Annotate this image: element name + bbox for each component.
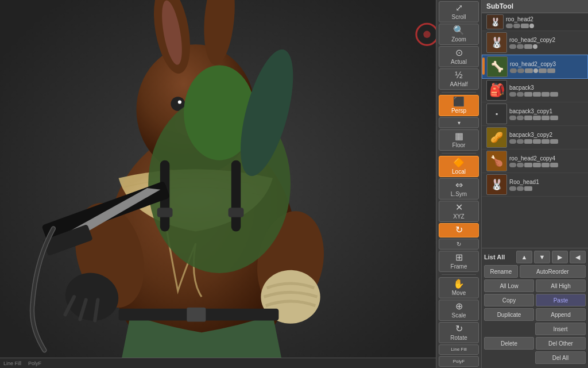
tool-frame[interactable]: ⊞ Frame <box>439 251 479 272</box>
subtool-item-copy2[interactable]: 🐰 roo_head2_copy2 <box>482 31 588 55</box>
subtool-ctrl-rh1-1[interactable] <box>509 186 516 191</box>
subtool-ctrl-bc2-6[interactable] <box>550 139 558 144</box>
canvas-area[interactable]: Line Fill PolyF <box>0 0 436 368</box>
subtool-ctrl-bc2-4[interactable] <box>533 139 541 144</box>
subtool-ctrl-c4-6[interactable] <box>550 163 558 167</box>
subtool-ctrl-bc1-5[interactable] <box>541 116 550 120</box>
subtool-ctrl-c3-5[interactable] <box>539 68 547 73</box>
subtool-info-bacpack3-copy1: bacpack3_copy1 <box>509 108 586 120</box>
subtool-item-bacpack3-copy2[interactable]: 🥜 bacpack3_copy2 <box>482 126 588 150</box>
subtool-controls-top <box>506 24 586 28</box>
subtool-ctrl-b3-eye[interactable] <box>524 92 532 97</box>
subtool-ctrl-b3-2[interactable] <box>517 92 524 97</box>
subtool-ctrl-c3-eye[interactable] <box>525 68 533 73</box>
subtool-item-roo-head2-top[interactable]: 🐰 roo_head2 <box>482 13 588 31</box>
tool-persp[interactable]: ⬛ Persp <box>439 95 479 116</box>
del-all-row: Del All <box>484 351 586 364</box>
subtool-ctrl-c4-2[interactable] <box>517 163 524 167</box>
tool-polyf[interactable]: PolyF <box>439 356 479 367</box>
tool-scale-label: Scale <box>451 312 466 319</box>
subtool-ctrl-c2-eye[interactable] <box>524 44 532 49</box>
auto-reorder-btn[interactable]: AutoReorder <box>520 265 586 278</box>
tool-floor[interactable]: ▦ Floor <box>439 129 479 151</box>
copy-paste-row: Copy Paste <box>484 294 586 306</box>
tool-v[interactable]: ▾ <box>439 117 479 128</box>
subtool-ctrl-1[interactable] <box>506 24 513 28</box>
subtool-controls-bacpack3 <box>509 92 586 97</box>
subtool-ctrl-c3-1[interactable] <box>510 68 517 73</box>
subtool-ctrl-c3-2[interactable] <box>517 68 524 73</box>
delete-row: Delete Del Other <box>484 337 586 350</box>
subtool-ctrl-c4-1[interactable] <box>509 163 516 167</box>
subtool-list[interactable]: 🐰 roo_head2 🐰 roo_head2_copy2 <box>482 13 588 248</box>
subtool-ctrl-2[interactable] <box>513 24 520 28</box>
duplicate-btn[interactable]: Duplicate <box>484 308 534 321</box>
tool-zoom[interactable]: 🔍 Zoom <box>439 24 479 45</box>
subtool-ctrl-bc1-eye[interactable] <box>524 116 532 120</box>
subtool-item-copy4[interactable]: 🍗 roo_head2_copy4 <box>482 150 588 173</box>
subtool-ctrl-bc2-1[interactable] <box>509 139 516 144</box>
subtool-ctrl-bc2-5[interactable] <box>541 139 550 144</box>
subtool-ctrl-c2-2[interactable] <box>517 44 524 49</box>
scroll-icon: ⤢ <box>455 3 463 13</box>
rename-btn[interactable]: Rename <box>484 265 518 278</box>
subtool-info-bacpack3: bacpack3 <box>509 85 586 97</box>
nav-down-btn[interactable]: ▼ <box>534 251 550 263</box>
subtool-controls-copy2 <box>509 44 586 49</box>
subtool-ctrl-b3-1[interactable] <box>509 92 516 97</box>
copy-btn[interactable]: Copy <box>484 294 534 306</box>
subtool-ctrl-c4-4[interactable] <box>533 163 541 167</box>
subtool-ctrl-rh1-eye[interactable] <box>524 186 532 191</box>
tool-scale[interactable]: ⊕ Scale <box>439 300 479 321</box>
subtool-ctrl-bc1-2[interactable] <box>517 116 524 120</box>
subtool-ctrl-c2-4[interactable] <box>533 44 537 49</box>
del-all-btn[interactable]: Del All <box>535 351 586 364</box>
append-btn[interactable]: Append <box>536 308 586 321</box>
subtool-name-copy2: roo_head2_copy2 <box>509 37 586 43</box>
subtool-ctrl-c4-eye[interactable] <box>524 163 532 167</box>
tool-xyz[interactable]: ✕ XYZ <box>439 201 479 222</box>
all-high-btn[interactable]: All High <box>536 279 586 292</box>
tools-panel: ⤢ Scroll 🔍 Zoom ⊙ Actual ½ AAHalf ⬛ Pers… <box>436 0 482 368</box>
tool-rotate[interactable]: ↻ Rotate <box>439 322 479 343</box>
tool-line-fill[interactable]: Line Fill <box>439 344 479 355</box>
subtool-ctrl-c2-1[interactable] <box>509 44 516 49</box>
subtool-ctrl-bc2-2[interactable] <box>517 139 524 144</box>
tool-lsym[interactable]: ⇔ L.Sym <box>439 178 479 200</box>
insert-btn[interactable]: Insert <box>535 323 586 335</box>
subtool-ctrl-bc2-eye[interactable] <box>524 139 532 144</box>
subtool-ctrl-b3-5[interactable] <box>541 92 550 97</box>
tool-r[interactable]: ↻ <box>439 223 479 237</box>
nav-up-btn[interactable]: ▲ <box>516 251 532 263</box>
subtool-ctrl-bc1-4[interactable] <box>533 116 541 120</box>
subtool-item-roo-head1[interactable]: 🐰 Roo_head1 <box>482 173 588 197</box>
subtool-info-roo-head1: Roo_head1 <box>509 179 586 191</box>
all-low-btn[interactable]: All Low <box>484 279 534 292</box>
subtool-controls-copy3 <box>510 68 585 73</box>
tool-r2[interactable]: ↻ <box>439 239 479 250</box>
nav-right-btn[interactable]: ▶ <box>552 251 568 263</box>
nav-left-btn[interactable]: ◀ <box>570 251 586 263</box>
local-icon: 🔶 <box>453 158 465 167</box>
subtool-ctrl-4[interactable] <box>529 24 534 28</box>
delete-btn[interactable]: Delete <box>484 337 534 350</box>
tool-actual[interactable]: ⊙ Actual <box>439 46 479 67</box>
subtool-ctrl-b3-4[interactable] <box>533 92 541 97</box>
paste-btn[interactable]: Paste <box>536 294 586 306</box>
del-other-btn[interactable]: Del Other <box>536 337 586 350</box>
subtool-ctrl-bc1-6[interactable] <box>550 116 558 120</box>
subtool-ctrl-c4-5[interactable] <box>541 163 550 167</box>
tool-local[interactable]: 🔶 Local <box>439 156 479 177</box>
tool-aahalf[interactable]: ½ AAHalf <box>439 68 479 90</box>
subtool-item-copy3[interactable]: 🦴 roo_head2_copy3 <box>482 55 588 79</box>
subtool-ctrl-c3-4[interactable] <box>533 68 538 73</box>
tool-scroll[interactable]: ⤢ Scroll <box>439 1 479 22</box>
subtool-item-bacpack3-copy1[interactable]: ▪ bacpack3_copy1 <box>482 102 588 126</box>
tool-move[interactable]: ✋ Move <box>439 277 479 298</box>
subtool-ctrl-eye[interactable] <box>521 24 529 28</box>
subtool-ctrl-b3-6[interactable] <box>550 92 558 97</box>
subtool-item-bacpack3[interactable]: 🎒 bacpack3 <box>482 79 588 102</box>
subtool-ctrl-bc1-1[interactable] <box>509 116 516 120</box>
subtool-ctrl-c3-6[interactable] <box>547 68 555 73</box>
subtool-ctrl-rh1-2[interactable] <box>517 186 524 191</box>
